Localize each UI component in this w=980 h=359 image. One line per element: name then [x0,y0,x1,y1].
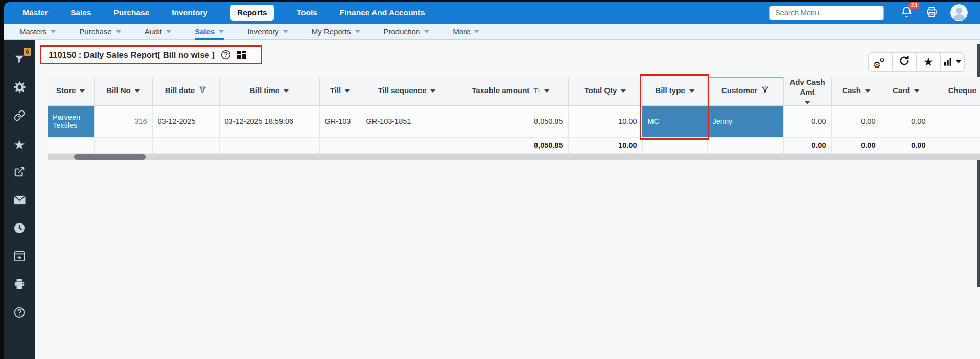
annotation-title-box: 110150 : Daily Sales Report[ Bill no wis… [40,45,262,64]
chevron-down-icon[interactable] [430,89,435,93]
table-header-row: StoreBill NoBill dateBill timeTillTill s… [48,77,980,105]
sidebar-export-button[interactable] [4,159,35,187]
summary-cell-total-qty: 10.00 [568,137,642,153]
report-table-zone: StoreBill NoBill dateBill timeTillTill s… [48,77,980,359]
help-circle-icon[interactable] [221,50,231,60]
top-nav-item-purchase[interactable]: Purchase [113,8,149,17]
column-header-total-qty[interactable]: Total Qty [568,77,642,105]
chevron-down-icon[interactable] [621,89,626,93]
bill-no-link[interactable]: 316 [134,117,147,125]
chevron-down-icon [51,30,56,33]
filter-funnel-icon[interactable] [761,86,769,96]
link-icon [14,110,25,123]
column-label: Till [330,86,341,96]
top-nav-item-sales[interactable]: Sales [71,8,91,17]
horizontal-scrollbar-thumb[interactable] [74,154,146,160]
text-sort-icon[interactable]: T↕ [533,87,540,95]
top-bar-right: 23 [769,4,980,21]
toolbar-process-button[interactable]: ⚙⚙ [868,52,893,72]
toolbar-favorite-button[interactable]: ★ [916,52,941,72]
column-header-customer[interactable]: Customer [707,77,783,105]
column-header-bill-time[interactable]: Bill time [219,77,319,105]
top-nav-item-tools[interactable]: Tools [297,8,317,17]
chevron-down-icon[interactable] [345,89,350,93]
column-header-till[interactable]: Till [319,77,361,105]
toolbar-chart-button[interactable] [940,52,965,72]
help-icon [14,307,25,320]
column-label: Card [893,86,910,96]
column-label: Adv Cash Amt [787,78,828,97]
report-title: 110150 : Daily Sales Report[ Bill no wis… [49,50,215,60]
column-header-store[interactable]: Store [48,77,94,105]
column-label: Customer [721,86,757,96]
star-icon: ★ [13,138,25,151]
chevron-down-icon[interactable] [865,89,870,93]
main-content: 110150 : Daily Sales Report[ Bill no wis… [35,40,980,359]
horizontal-scrollbar[interactable] [48,154,980,160]
sub-nav-item-inventory[interactable]: Inventory [247,24,288,40]
sub-nav-item-my-reports[interactable]: My Reports [312,24,360,40]
dashboard-icon[interactable] [237,51,246,59]
top-nav-item-reports[interactable]: Reports [230,5,274,21]
chevron-down-icon[interactable] [544,89,549,93]
sub-nav-item-label: My Reports [312,27,351,36]
cell-till: GR-103 [319,105,361,137]
column-header-card[interactable]: Card [881,77,931,105]
summary-cell-taxable-amount: 8,050.85 [453,137,568,153]
summary-cell-bill-type [642,137,707,153]
sub-nav-item-sales[interactable]: Sales [195,24,224,40]
sidebar-help-button[interactable] [4,299,35,327]
column-label: Cash [842,86,861,96]
chart-icon [944,57,961,66]
column-label: Store [56,86,76,96]
toolbar-refresh-button[interactable] [892,52,917,72]
chevron-down-icon [166,30,171,33]
sidebar-gear-button[interactable] [4,74,35,102]
cell-customer: Jenny [707,105,783,137]
sub-nav-item-audit[interactable]: Audit [145,24,171,40]
sidebar-window-export-button[interactable] [4,243,35,271]
top-nav-item-finance-and-accounts[interactable]: Finance And Accounts [340,8,425,17]
chevron-down-icon[interactable] [284,89,289,93]
table-row: Parveen Textiles31603-12-202503-12-2025 … [48,105,980,137]
chevron-down-icon[interactable] [689,89,694,93]
column-header-till-sequence[interactable]: Till sequence [361,77,453,105]
column-header-taxable-amount[interactable]: Taxable amountT↕ [453,77,568,105]
sidebar-link-button[interactable] [4,102,35,130]
column-header-cash[interactable]: Cash [831,77,881,105]
column-header-cheque[interactable]: Cheque [931,77,980,105]
top-nav-item-inventory[interactable]: Inventory [172,8,207,17]
sidebar-clock-button[interactable] [4,215,35,243]
cell-card: 0.00 [881,105,931,137]
chevron-down-icon[interactable] [80,89,85,93]
notifications-button[interactable]: 23 [900,6,913,20]
cell-total-qty: 10.00 [568,105,642,137]
sidebar-mail-button[interactable] [4,187,35,215]
column-header-bill-no[interactable]: Bill No [94,77,152,105]
filter-funnel-icon[interactable] [199,86,206,96]
summary-cell-customer [707,137,783,153]
cell-cheque [931,105,980,137]
column-header-bill-date[interactable]: Bill date [152,77,219,105]
user-avatar[interactable] [950,4,968,21]
filter-icon [14,54,25,67]
chevron-down-icon[interactable] [914,89,919,93]
column-header-bill-type[interactable]: Bill type [642,77,707,105]
sidebar-star-button[interactable]: ★ [4,130,35,159]
sub-nav-item-more[interactable]: More [453,24,479,40]
search-input[interactable] [769,6,884,20]
sidebar-filter-button[interactable]: 6 [4,46,35,74]
top-nav-item-master[interactable]: Master [22,8,48,17]
sub-nav-item-label: Purchase [79,27,111,36]
sub-nav-item-purchase[interactable]: Purchase [79,24,121,40]
chevron-down-icon[interactable] [135,89,140,93]
sidebar-printer-button[interactable] [4,271,35,299]
sub-nav-item-masters[interactable]: Masters [19,24,56,40]
favorite-icon: ★ [923,56,934,68]
print-button[interactable] [925,6,938,20]
chevron-down-icon [116,30,121,33]
chevron-down-icon[interactable] [805,101,810,104]
column-header-adv-cash-amt[interactable]: Adv Cash Amt [783,77,831,105]
sub-nav-item-production[interactable]: Production [384,24,430,40]
chevron-down-icon [474,30,479,33]
